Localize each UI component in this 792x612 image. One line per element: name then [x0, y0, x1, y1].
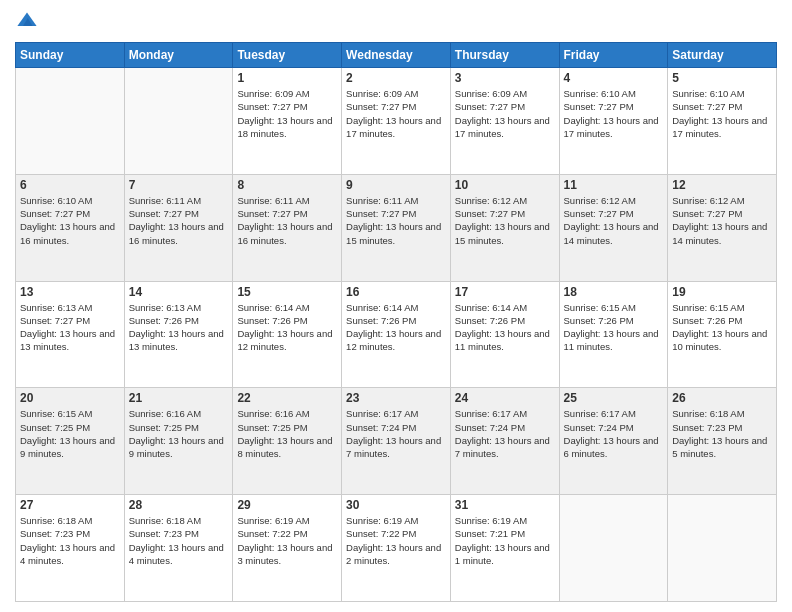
calendar-cell: 24Sunrise: 6:17 AMSunset: 7:24 PMDayligh… [450, 388, 559, 495]
day-number: 25 [564, 391, 664, 405]
calendar-table: SundayMondayTuesdayWednesdayThursdayFrid… [15, 42, 777, 602]
day-info: Sunrise: 6:12 AMSunset: 7:27 PMDaylight:… [672, 194, 772, 247]
calendar-cell: 11Sunrise: 6:12 AMSunset: 7:27 PMDayligh… [559, 174, 668, 281]
day-number: 8 [237, 178, 337, 192]
calendar-cell: 21Sunrise: 6:16 AMSunset: 7:25 PMDayligh… [124, 388, 233, 495]
day-info: Sunrise: 6:11 AMSunset: 7:27 PMDaylight:… [346, 194, 446, 247]
calendar-cell: 27Sunrise: 6:18 AMSunset: 7:23 PMDayligh… [16, 495, 125, 602]
day-info: Sunrise: 6:16 AMSunset: 7:25 PMDaylight:… [129, 407, 229, 460]
day-number: 31 [455, 498, 555, 512]
day-info: Sunrise: 6:10 AMSunset: 7:27 PMDaylight:… [564, 87, 664, 140]
day-info: Sunrise: 6:18 AMSunset: 7:23 PMDaylight:… [672, 407, 772, 460]
header [15, 10, 777, 34]
day-info: Sunrise: 6:15 AMSunset: 7:26 PMDaylight:… [672, 301, 772, 354]
day-number: 11 [564, 178, 664, 192]
weekday-header-saturday: Saturday [668, 43, 777, 68]
week-row-4: 20Sunrise: 6:15 AMSunset: 7:25 PMDayligh… [16, 388, 777, 495]
week-row-2: 6Sunrise: 6:10 AMSunset: 7:27 PMDaylight… [16, 174, 777, 281]
weekday-header-monday: Monday [124, 43, 233, 68]
calendar-cell: 9Sunrise: 6:11 AMSunset: 7:27 PMDaylight… [342, 174, 451, 281]
calendar-cell: 15Sunrise: 6:14 AMSunset: 7:26 PMDayligh… [233, 281, 342, 388]
calendar-cell: 20Sunrise: 6:15 AMSunset: 7:25 PMDayligh… [16, 388, 125, 495]
calendar-cell: 7Sunrise: 6:11 AMSunset: 7:27 PMDaylight… [124, 174, 233, 281]
day-number: 9 [346, 178, 446, 192]
weekday-header-wednesday: Wednesday [342, 43, 451, 68]
day-number: 7 [129, 178, 229, 192]
day-number: 4 [564, 71, 664, 85]
day-number: 16 [346, 285, 446, 299]
logo [15, 10, 43, 34]
logo-icon [15, 10, 39, 34]
day-number: 22 [237, 391, 337, 405]
weekday-header-sunday: Sunday [16, 43, 125, 68]
day-info: Sunrise: 6:14 AMSunset: 7:26 PMDaylight:… [346, 301, 446, 354]
day-number: 10 [455, 178, 555, 192]
day-info: Sunrise: 6:15 AMSunset: 7:26 PMDaylight:… [564, 301, 664, 354]
calendar-cell: 13Sunrise: 6:13 AMSunset: 7:27 PMDayligh… [16, 281, 125, 388]
day-info: Sunrise: 6:17 AMSunset: 7:24 PMDaylight:… [455, 407, 555, 460]
calendar-cell: 25Sunrise: 6:17 AMSunset: 7:24 PMDayligh… [559, 388, 668, 495]
calendar-cell [124, 68, 233, 175]
calendar-cell: 1Sunrise: 6:09 AMSunset: 7:27 PMDaylight… [233, 68, 342, 175]
day-info: Sunrise: 6:13 AMSunset: 7:27 PMDaylight:… [20, 301, 120, 354]
day-info: Sunrise: 6:09 AMSunset: 7:27 PMDaylight:… [237, 87, 337, 140]
weekday-header-thursday: Thursday [450, 43, 559, 68]
day-info: Sunrise: 6:11 AMSunset: 7:27 PMDaylight:… [129, 194, 229, 247]
weekday-header-row: SundayMondayTuesdayWednesdayThursdayFrid… [16, 43, 777, 68]
calendar-cell: 6Sunrise: 6:10 AMSunset: 7:27 PMDaylight… [16, 174, 125, 281]
day-info: Sunrise: 6:10 AMSunset: 7:27 PMDaylight:… [20, 194, 120, 247]
calendar-cell: 17Sunrise: 6:14 AMSunset: 7:26 PMDayligh… [450, 281, 559, 388]
day-info: Sunrise: 6:17 AMSunset: 7:24 PMDaylight:… [346, 407, 446, 460]
day-info: Sunrise: 6:12 AMSunset: 7:27 PMDaylight:… [564, 194, 664, 247]
day-info: Sunrise: 6:15 AMSunset: 7:25 PMDaylight:… [20, 407, 120, 460]
week-row-3: 13Sunrise: 6:13 AMSunset: 7:27 PMDayligh… [16, 281, 777, 388]
day-number: 6 [20, 178, 120, 192]
day-number: 15 [237, 285, 337, 299]
calendar-cell: 23Sunrise: 6:17 AMSunset: 7:24 PMDayligh… [342, 388, 451, 495]
calendar-cell: 31Sunrise: 6:19 AMSunset: 7:21 PMDayligh… [450, 495, 559, 602]
calendar-cell: 19Sunrise: 6:15 AMSunset: 7:26 PMDayligh… [668, 281, 777, 388]
day-number: 26 [672, 391, 772, 405]
calendar-cell: 22Sunrise: 6:16 AMSunset: 7:25 PMDayligh… [233, 388, 342, 495]
calendar-cell: 30Sunrise: 6:19 AMSunset: 7:22 PMDayligh… [342, 495, 451, 602]
day-info: Sunrise: 6:14 AMSunset: 7:26 PMDaylight:… [237, 301, 337, 354]
day-info: Sunrise: 6:19 AMSunset: 7:22 PMDaylight:… [346, 514, 446, 567]
calendar-cell: 3Sunrise: 6:09 AMSunset: 7:27 PMDaylight… [450, 68, 559, 175]
day-number: 20 [20, 391, 120, 405]
weekday-header-tuesday: Tuesday [233, 43, 342, 68]
calendar-cell: 14Sunrise: 6:13 AMSunset: 7:26 PMDayligh… [124, 281, 233, 388]
day-info: Sunrise: 6:14 AMSunset: 7:26 PMDaylight:… [455, 301, 555, 354]
day-number: 1 [237, 71, 337, 85]
week-row-5: 27Sunrise: 6:18 AMSunset: 7:23 PMDayligh… [16, 495, 777, 602]
day-info: Sunrise: 6:19 AMSunset: 7:22 PMDaylight:… [237, 514, 337, 567]
day-info: Sunrise: 6:12 AMSunset: 7:27 PMDaylight:… [455, 194, 555, 247]
day-info: Sunrise: 6:13 AMSunset: 7:26 PMDaylight:… [129, 301, 229, 354]
day-number: 3 [455, 71, 555, 85]
day-info: Sunrise: 6:18 AMSunset: 7:23 PMDaylight:… [129, 514, 229, 567]
day-info: Sunrise: 6:10 AMSunset: 7:27 PMDaylight:… [672, 87, 772, 140]
calendar-cell: 2Sunrise: 6:09 AMSunset: 7:27 PMDaylight… [342, 68, 451, 175]
calendar-cell: 8Sunrise: 6:11 AMSunset: 7:27 PMDaylight… [233, 174, 342, 281]
day-info: Sunrise: 6:17 AMSunset: 7:24 PMDaylight:… [564, 407, 664, 460]
day-info: Sunrise: 6:09 AMSunset: 7:27 PMDaylight:… [455, 87, 555, 140]
day-number: 13 [20, 285, 120, 299]
day-info: Sunrise: 6:09 AMSunset: 7:27 PMDaylight:… [346, 87, 446, 140]
day-number: 21 [129, 391, 229, 405]
day-number: 5 [672, 71, 772, 85]
day-info: Sunrise: 6:11 AMSunset: 7:27 PMDaylight:… [237, 194, 337, 247]
weekday-header-friday: Friday [559, 43, 668, 68]
day-number: 12 [672, 178, 772, 192]
day-info: Sunrise: 6:18 AMSunset: 7:23 PMDaylight:… [20, 514, 120, 567]
calendar-cell: 12Sunrise: 6:12 AMSunset: 7:27 PMDayligh… [668, 174, 777, 281]
day-number: 18 [564, 285, 664, 299]
calendar-cell: 5Sunrise: 6:10 AMSunset: 7:27 PMDaylight… [668, 68, 777, 175]
day-number: 24 [455, 391, 555, 405]
calendar-cell: 29Sunrise: 6:19 AMSunset: 7:22 PMDayligh… [233, 495, 342, 602]
day-number: 14 [129, 285, 229, 299]
calendar-cell: 18Sunrise: 6:15 AMSunset: 7:26 PMDayligh… [559, 281, 668, 388]
week-row-1: 1Sunrise: 6:09 AMSunset: 7:27 PMDaylight… [16, 68, 777, 175]
calendar-cell [16, 68, 125, 175]
day-number: 17 [455, 285, 555, 299]
day-number: 27 [20, 498, 120, 512]
day-number: 28 [129, 498, 229, 512]
